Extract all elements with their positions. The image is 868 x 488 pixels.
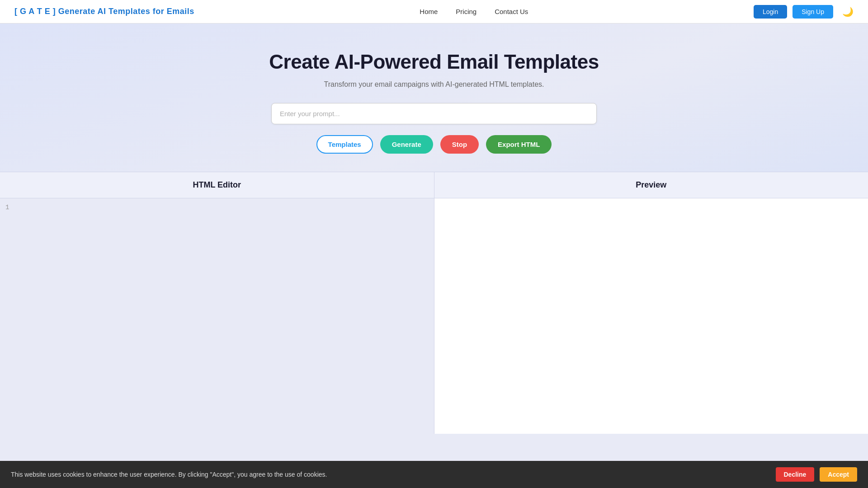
cookie-message: This website uses cookies to enhance the… — [11, 471, 765, 478]
preview-content-area — [434, 198, 868, 434]
templates-button[interactable]: Templates — [316, 135, 373, 154]
editor-content-area: 1 — [0, 198, 434, 434]
brand-logo[interactable]: [ G A T E ] Generate AI Templates for Em… — [14, 7, 194, 16]
hero-section: Create AI-Powered Email Templates Transf… — [0, 23, 868, 172]
prompt-input[interactable] — [271, 103, 597, 124]
line-number-1: 1 — [5, 204, 13, 211]
editor-panel-header: HTML Editor — [0, 172, 434, 198]
line-numbers: 1 — [0, 198, 16, 434]
html-editor-panel: HTML Editor 1 — [0, 172, 434, 434]
hero-subtitle: Transform your email campaigns with AI-g… — [324, 80, 544, 89]
signup-button[interactable]: Sign Up — [793, 5, 833, 19]
nav-links: Home Pricing Contact Us — [420, 8, 528, 15]
cookie-banner: This website uses cookies to enhance the… — [0, 461, 868, 488]
cookie-accept-button[interactable]: Accept — [820, 467, 857, 482]
export-html-button[interactable]: Export HTML — [486, 135, 552, 154]
hero-title: Create AI-Powered Email Templates — [269, 51, 599, 73]
navbar-actions: Login Sign Up 🌙 — [754, 5, 854, 19]
code-editor-textarea[interactable] — [16, 198, 434, 434]
navbar: [ G A T E ] Generate AI Templates for Em… — [0, 0, 868, 23]
action-buttons: Templates Generate Stop Export HTML — [316, 135, 552, 154]
preview-panel: Preview — [434, 172, 868, 434]
nav-contact[interactable]: Contact Us — [495, 8, 528, 15]
cookie-decline-button[interactable]: Decline — [776, 467, 815, 482]
theme-toggle-icon[interactable]: 🌙 — [842, 6, 854, 17]
login-button[interactable]: Login — [754, 5, 787, 19]
cookie-buttons: Decline Accept — [776, 467, 858, 482]
generate-button[interactable]: Generate — [380, 135, 433, 154]
stop-button[interactable]: Stop — [440, 135, 479, 154]
editor-area: HTML Editor 1 Preview — [0, 172, 868, 434]
nav-pricing[interactable]: Pricing — [456, 8, 476, 15]
preview-panel-header: Preview — [434, 172, 868, 198]
nav-home[interactable]: Home — [420, 8, 438, 15]
